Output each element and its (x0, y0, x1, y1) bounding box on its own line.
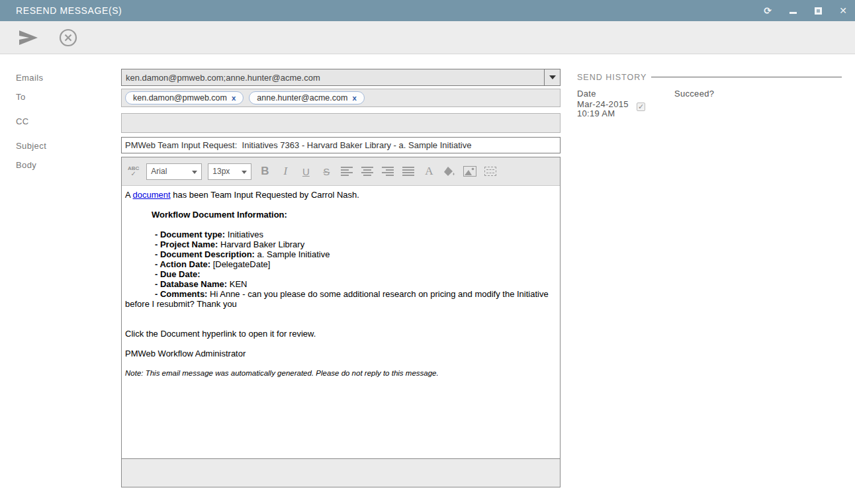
insert-image-icon[interactable] (463, 163, 477, 179)
refresh-icon[interactable]: ⟳ (762, 5, 773, 16)
close-icon[interactable]: ✕ (838, 5, 848, 16)
maximize-icon[interactable] (813, 5, 823, 16)
recipient-chip: ken.damon@pmweb.comx (125, 91, 244, 105)
send-history-succeed-header: Succeed? (674, 89, 714, 99)
body-text: - Database Name: (155, 279, 227, 289)
body-blank-line (125, 309, 557, 319)
send-icon (18, 29, 39, 46)
send-button[interactable] (17, 26, 40, 49)
body-line: A document has been Team Input Requested… (125, 190, 557, 200)
body-text: - Document Description: (155, 249, 255, 259)
send-history-divider (651, 77, 842, 77)
body-text: - Document type: (155, 230, 225, 239)
chevron-down-icon (242, 171, 247, 174)
body-editor: ABC ✓ Arial 13px B I U S (121, 157, 561, 487)
body-line: PMWeb Workflow Administrator (125, 349, 557, 358)
body-line: - Database Name: KEN (125, 279, 557, 289)
emails-combo (121, 69, 561, 86)
body-line: - Project Name: Harvard Baker Library (125, 239, 557, 249)
body-text: [DelegateDate] (210, 259, 270, 269)
recipient-email: ken.damon@pmweb.com (133, 93, 227, 103)
strikethrough-icon[interactable]: S (319, 163, 334, 179)
body-text: - Project Name: (155, 239, 218, 249)
body-text: - Due Date: (155, 269, 201, 279)
body-line: - Action Date: [DelegateDate] (125, 259, 557, 269)
body-text: Initiatives (225, 230, 263, 239)
body-text: has been Team Input Requested by Carrol … (171, 190, 359, 200)
remove-recipient-icon[interactable]: x (232, 94, 236, 102)
justify-icon[interactable] (401, 163, 416, 179)
body-text: Note: This email message was automatical… (125, 369, 439, 377)
subject-field[interactable] (121, 137, 561, 153)
font-size-value: 13px (212, 167, 230, 176)
highlight-color-icon[interactable] (442, 163, 457, 179)
cc-field[interactable] (121, 113, 561, 133)
body-line: - Document Description: a. Sample Initia… (125, 249, 557, 259)
emails-dropdown-button[interactable] (544, 69, 560, 85)
body-text: Workflow Document Information: (152, 210, 287, 220)
font-family-value: Arial (151, 167, 167, 176)
underline-icon[interactable]: U (298, 163, 313, 179)
to-field[interactable]: ken.damon@pmweb.comxanne.hunter@acme.com… (121, 89, 561, 107)
body-blank-line (125, 358, 557, 368)
cancel-icon (59, 28, 77, 47)
succeed-checkbox[interactable]: ✓ (637, 103, 645, 111)
align-right-icon[interactable] (381, 163, 395, 179)
body-text: A (125, 190, 133, 200)
italic-icon[interactable]: I (278, 163, 292, 179)
font-family-select[interactable]: Arial (146, 163, 202, 180)
chevron-down-icon (549, 75, 556, 79)
emails-input[interactable] (122, 69, 544, 85)
body-text: a. Sample Initiative (255, 249, 330, 259)
minimize-icon[interactable] (788, 5, 798, 16)
bold-icon[interactable]: B (257, 163, 272, 179)
body-text: PMWeb Workflow Administrator (125, 349, 246, 358)
editor-toolbar: ABC ✓ Arial 13px B I U S (122, 157, 560, 186)
body-line: Note: This email message was automatical… (125, 368, 557, 378)
send-history-time-value: 10:19 AM (577, 108, 615, 118)
recipient-chip: anne.hunter@acme.comx (249, 91, 364, 105)
body-text: Harvard Baker Library (218, 239, 304, 249)
resend-message-window: RESEND MESSAGE(S) ⟳ ✕ Emails To CC Subje… (0, 0, 855, 504)
window-controls: ⟳ ✕ (762, 0, 848, 21)
body-line: - Due Date: (125, 269, 557, 279)
body-line: - Comments: Hi Anne - can you please do … (125, 289, 557, 309)
body-text: - Action Date: (155, 259, 210, 269)
spellcheck-icon[interactable]: ABC ✓ (128, 166, 139, 177)
document-link[interactable]: document (133, 190, 171, 200)
font-size-select[interactable]: 13px (208, 163, 251, 180)
body-line: Click the Document hyperlink to open it … (125, 329, 557, 339)
email-body-content[interactable]: A document has been Team Input Requested… (122, 186, 560, 459)
body-label: Body (16, 160, 36, 170)
body-line: Workflow Document Information: (125, 210, 557, 220)
send-history-title: SEND HISTORY (577, 73, 647, 82)
align-center-icon[interactable] (360, 163, 375, 179)
body-blank-line (125, 339, 557, 349)
action-toolbar (0, 21, 855, 54)
body-blank-line (125, 220, 557, 230)
body-blank-line (125, 200, 557, 210)
body-blank-line (125, 319, 557, 329)
window-title: RESEND MESSAGE(S) (16, 5, 122, 16)
recipient-email: anne.hunter@acme.com (257, 93, 347, 103)
cc-label: CC (16, 116, 29, 126)
editor-footer (122, 459, 560, 487)
to-label: To (16, 92, 26, 102)
chevron-down-icon (192, 171, 197, 174)
cancel-button[interactable] (57, 26, 79, 49)
body-text: Click the Document hyperlink to open it … (125, 329, 316, 339)
align-left-icon[interactable] (339, 163, 354, 179)
send-history-date-value: Mar-24-2015 (577, 99, 629, 109)
remove-recipient-icon[interactable]: x (352, 94, 356, 102)
emails-label: Emails (16, 73, 43, 83)
subject-label: Subject (16, 141, 46, 151)
body-text: KEN (227, 279, 247, 289)
font-color-icon[interactable]: A (422, 163, 436, 179)
body-text: - Comments: (155, 289, 207, 299)
body-line: - Document type: Initiatives (125, 230, 557, 239)
send-history-date-header: Date (577, 89, 596, 99)
titlebar: RESEND MESSAGE(S) ⟳ ✕ (0, 0, 855, 21)
show-borders-icon[interactable] (483, 163, 498, 179)
